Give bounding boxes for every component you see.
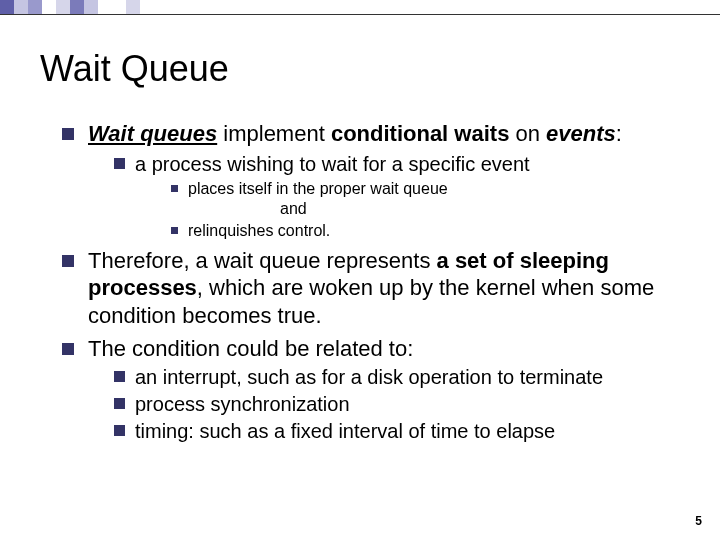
hollow-square-bullet-icon [114, 371, 125, 382]
bullet-1: Wait queues implement conditional waits … [62, 120, 690, 241]
divider [0, 14, 720, 15]
text: The condition could be related to: [88, 336, 413, 361]
hollow-square-bullet-icon [114, 158, 125, 169]
bullet-3-1: an interrupt, such as for a disk operati… [114, 365, 690, 390]
text: Therefore, a wait queue represents [88, 248, 437, 273]
bullet-2: Therefore, a wait queue represents a set… [62, 247, 690, 330]
bullet-3-2: process synchronization [114, 392, 690, 417]
bullet-3-3: timing: such as a fixed interval of time… [114, 419, 690, 444]
small-square-bullet-icon [171, 185, 178, 192]
square-bullet-icon [62, 128, 74, 140]
hollow-square-bullet-icon [114, 398, 125, 409]
text: on [509, 121, 546, 146]
text: Wait queues [88, 121, 217, 146]
bullet-1-1-2: relinquishes control. [171, 221, 690, 241]
small-square-bullet-icon [171, 227, 178, 234]
text: : [616, 121, 622, 146]
hollow-square-bullet-icon [114, 425, 125, 436]
square-bullet-icon [62, 343, 74, 355]
page-number: 5 [695, 514, 702, 528]
text: events [546, 121, 616, 146]
text: timing: such as a fixed interval of time… [135, 419, 690, 444]
bullet-1-1: a process wishing to wait for a specific… [114, 152, 690, 241]
decor-squares [0, 0, 140, 14]
text-and: and [280, 199, 690, 219]
slide-title: Wait Queue [40, 48, 229, 90]
bullet-1-1-1: places itself in the proper wait queue [171, 179, 690, 199]
text: implement [217, 121, 331, 146]
bullet-3: The condition could be related to: an in… [62, 335, 690, 444]
square-bullet-icon [62, 255, 74, 267]
text: conditional waits [331, 121, 509, 146]
text: process synchronization [135, 392, 690, 417]
text: places itself in the proper wait queue [188, 179, 690, 199]
text: relinquishes control. [188, 221, 690, 241]
text: a process wishing to wait for a specific… [135, 153, 530, 175]
slide-body: Wait queues implement conditional waits … [62, 120, 690, 450]
text: an interrupt, such as for a disk operati… [135, 365, 690, 390]
